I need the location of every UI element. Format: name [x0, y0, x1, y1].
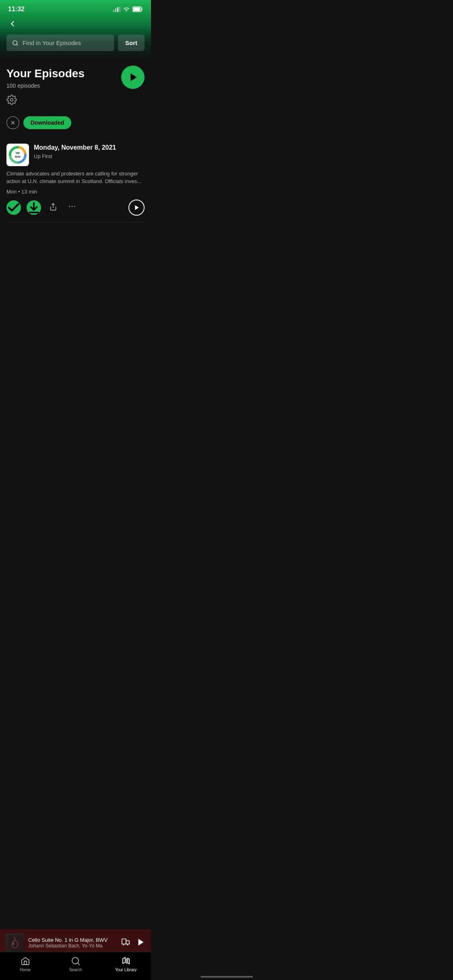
episode-download-button[interactable]: [27, 200, 41, 215]
status-icons: [113, 6, 143, 12]
svg-rect-3: [119, 6, 120, 12]
download-icon: [27, 200, 41, 215]
svg-text:first: first: [15, 155, 21, 158]
up-first-logo: up first: [7, 144, 29, 166]
episode-more-button[interactable]: [65, 200, 79, 215]
filter-clear-button[interactable]: [6, 116, 19, 129]
svg-marker-22: [135, 205, 139, 210]
battery-icon: [132, 6, 143, 12]
action-left: [6, 200, 79, 215]
episode-meta: Mon • 13 min: [6, 189, 145, 195]
episode-info: Monday, November 8, 2021 Up First: [34, 144, 145, 159]
close-icon: [10, 120, 16, 126]
episode-actions: [6, 200, 145, 216]
status-bar: 11:32: [0, 0, 151, 16]
wifi-icon: [123, 6, 130, 12]
svg-rect-1: [115, 8, 116, 12]
episode-card: up first Monday, November 8, 2021 Up Fir…: [6, 137, 145, 222]
svg-point-10: [10, 99, 13, 101]
svg-rect-6: [142, 8, 143, 10]
svg-point-19: [69, 206, 70, 207]
sort-button[interactable]: Sort: [118, 35, 145, 51]
svg-line-9: [17, 44, 18, 45]
svg-rect-7: [133, 8, 141, 11]
svg-point-8: [13, 41, 17, 45]
signal-icon: [113, 6, 120, 12]
svg-point-21: [74, 206, 75, 207]
more-icon: [68, 202, 77, 211]
episode-description: Climate advocates and protesters are cal…: [6, 170, 145, 185]
svg-point-20: [72, 206, 73, 207]
check-icon: [6, 200, 21, 215]
share-icon: [49, 203, 57, 211]
episode-played-button[interactable]: [6, 200, 21, 215]
search-placeholder: Find in Your Episodes: [23, 39, 81, 46]
play-all-icon: [128, 72, 139, 82]
filter-row: Downloaded: [6, 116, 145, 129]
svg-text:up: up: [16, 151, 20, 154]
search-icon: [12, 40, 19, 46]
episode-top: up first Monday, November 8, 2021 Up Fir…: [6, 144, 145, 166]
search-bar[interactable]: Find in Your Episodes: [6, 35, 114, 51]
svg-rect-0: [113, 10, 114, 12]
episode-share-button[interactable]: [47, 200, 60, 214]
main-content: Your Episodes 100 episodes Downloaded: [0, 59, 151, 275]
play-all-button[interactable]: [121, 66, 145, 89]
settings-icon[interactable]: [6, 95, 17, 105]
back-button[interactable]: [0, 16, 151, 35]
episode-show: Up First: [34, 153, 145, 159]
search-sort-row: Find in Your Episodes Sort: [0, 35, 151, 59]
svg-marker-11: [130, 73, 137, 81]
play-icon: [134, 204, 140, 211]
episode-thumbnail: up first: [6, 144, 29, 166]
svg-rect-2: [117, 7, 118, 12]
downloaded-filter-button[interactable]: Downloaded: [23, 116, 71, 129]
status-time: 11:32: [8, 6, 25, 13]
episode-title: Monday, November 8, 2021: [34, 144, 145, 152]
svg-point-4: [126, 10, 127, 12]
episode-list: up first Monday, November 8, 2021 Up Fir…: [6, 137, 145, 222]
episodes-header: Your Episodes 100 episodes: [6, 59, 145, 116]
episode-play-button[interactable]: [128, 200, 145, 216]
